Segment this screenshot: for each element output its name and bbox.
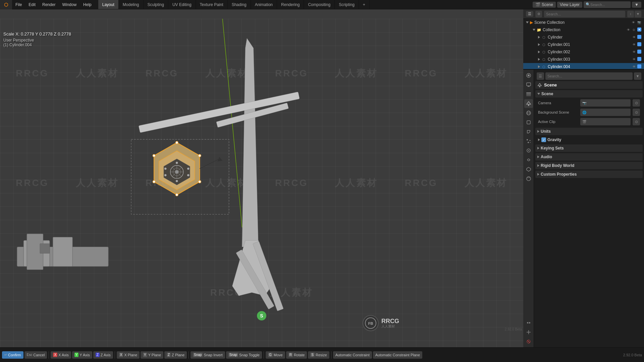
outliner-cylinder002[interactable]: ⬡ Cylinder.002 👁 — [523, 48, 644, 56]
scene-selector[interactable]: 🎬 Scene — [533, 2, 556, 8]
prop-menu-icon[interactable]: ☰ — [537, 72, 544, 80]
outliner-menu-btn[interactable]: ☰ — [526, 11, 533, 17]
tab-add[interactable]: + — [359, 0, 370, 9]
scene-section-header[interactable]: Scene — [535, 90, 643, 98]
tab-uv-editing[interactable]: UV Editing — [168, 0, 196, 9]
global-search-input[interactable] — [590, 3, 637, 7]
custom-props-header[interactable]: Custom Properties — [535, 171, 643, 178]
menu-window[interactable]: Window — [59, 0, 80, 9]
menu-edit[interactable]: Edit — [25, 0, 39, 9]
outliner-scene-collection[interactable]: ▶ Scene Collection 👁 📷 — [523, 19, 644, 26]
cancel-button[interactable]: Esc Cancel — [24, 351, 47, 359]
visibility-icon[interactable]: 👁 — [631, 20, 636, 25]
menu-file[interactable]: File — [12, 0, 25, 9]
outliner-filter-icon[interactable]: ⚙ — [535, 11, 542, 17]
x-axis-button[interactable]: X X Axis — [51, 351, 71, 359]
menu-help[interactable]: Help — [80, 0, 95, 9]
render-icon[interactable]: 📷 — [637, 20, 641, 25]
z-key: Z — [96, 353, 100, 357]
camera-pick-btn[interactable]: ⊙ — [633, 99, 640, 107]
move-button[interactable]: G Move — [266, 351, 285, 359]
audio-header[interactable]: Audio — [535, 153, 643, 161]
tab-animation[interactable]: Animation — [251, 0, 277, 9]
keying-sets-header[interactable]: Keying Sets — [535, 144, 643, 152]
cyl-constraint — [637, 35, 641, 39]
z-plane-button[interactable]: Z Z Plane — [164, 351, 187, 359]
move-key: G — [268, 353, 273, 357]
outliner-filter-btn[interactable]: ▼ — [635, 11, 641, 17]
prop-search-input[interactable] — [545, 72, 633, 80]
resize-label: Resize — [316, 353, 327, 357]
view-layer-selector[interactable]: View Layer — [557, 2, 582, 8]
prop-tab-modifier[interactable] — [524, 127, 533, 136]
outliner-cylinder[interactable]: ⬡ Cylinder 👁 — [523, 34, 644, 41]
outliner-cylinder001[interactable]: ⬡ Cylinder.001 👁 — [523, 41, 644, 48]
prop-tab-constraints[interactable] — [524, 156, 533, 164]
clip-pick-btn[interactable]: ⊙ — [633, 118, 640, 125]
outliner-sort-icon[interactable]: ↕ — [627, 11, 634, 17]
y-axis-button[interactable]: Y Y Axis — [72, 351, 92, 359]
prop-tab-extra1[interactable] — [524, 318, 533, 327]
bg-scene-pick-btn[interactable]: ⊙ — [633, 109, 640, 116]
x-plane-button[interactable]: X X Plane — [117, 351, 140, 359]
active-clip-value[interactable]: 🎬 — [580, 118, 631, 125]
resize-button[interactable]: S Resize — [308, 351, 329, 359]
gravity-checkbox[interactable]: ✓ — [541, 137, 546, 142]
snap-toggle-button[interactable]: Snap Snap Toggle — [226, 351, 262, 359]
cyl001-vis[interactable]: 👁 — [632, 42, 636, 47]
tab-compositing[interactable]: Compositing — [304, 0, 335, 9]
tab-modeling[interactable]: Modeling — [119, 0, 144, 9]
prop-tab-extra3[interactable] — [524, 337, 533, 346]
cyl-vis[interactable]: 👁 — [632, 35, 636, 40]
prop-tab-viewlayer[interactable] — [524, 90, 533, 99]
z-axis-label: Z Axis — [101, 353, 111, 357]
tab-sculpting[interactable]: Sculpting — [144, 0, 168, 9]
tab-scripting[interactable]: Scripting — [335, 0, 359, 9]
rigid-body-header[interactable]: Rigid Body World — [535, 162, 643, 169]
prop-tab-world[interactable] — [524, 109, 533, 117]
confirm-button[interactable]: ↵ Confirm — [2, 351, 23, 359]
prop-tab-material[interactable] — [524, 174, 533, 183]
rigid-expand — [537, 164, 539, 167]
gravity-header[interactable]: ✓ Gravity — [535, 136, 643, 143]
prop-tab-object[interactable] — [524, 118, 533, 127]
background-scene-value[interactable]: 🌐 — [580, 109, 631, 116]
vis-icon[interactable]: 👁 — [626, 27, 631, 32]
prop-tab-output[interactable] — [524, 80, 533, 89]
sel-icon[interactable]: ⊙ — [632, 27, 636, 32]
cyl004-vis[interactable]: 👁 — [632, 64, 636, 69]
viewport-3d[interactable]: RRCG人人素材 RRCG人人素材 RRCG人人素材 RRCG人人素材 RRCG… — [0, 9, 523, 347]
cyl002-vis[interactable]: 👁 — [632, 50, 636, 54]
prop-tab-data[interactable] — [524, 165, 533, 174]
prop-tab-particles[interactable] — [524, 137, 533, 145]
units-header[interactable]: Units — [535, 128, 643, 135]
filter-button[interactable]: ▼ — [632, 2, 641, 8]
auto-constraint-plane-button[interactable]: Automatic Constraint Plane — [373, 351, 422, 359]
snap-tog-key: Snap — [228, 353, 238, 357]
svg-rect-44 — [526, 94, 531, 95]
outliner-search-input[interactable] — [544, 11, 625, 17]
tab-shading[interactable]: Shading — [228, 0, 251, 9]
auto-constraint-button[interactable]: Automatic Constraint — [333, 351, 372, 359]
outliner-cylinder004[interactable]: ⬡ Cylinder.004 👁 — [523, 63, 644, 69]
tab-layout[interactable]: Layout — [98, 0, 119, 9]
rotate-button[interactable]: R Rotate — [286, 351, 307, 359]
snap-invert-button[interactable]: Snap Snap Invert — [191, 351, 225, 359]
cyl003-vis[interactable]: 👁 — [632, 57, 636, 62]
prop-filter-btn[interactable]: ▼ — [634, 72, 641, 80]
cyl002-icon: ⬡ — [542, 50, 545, 54]
svg-point-18 — [176, 180, 178, 182]
scale-info: Scale X: 0.2778 Y 0.2778 Z 0.2778 — [3, 32, 71, 37]
tab-texture-paint[interactable]: Texture Paint — [196, 0, 228, 9]
z-axis-button[interactable]: Z Z Axis — [93, 351, 113, 359]
y-plane-button[interactable]: Y Y Plane — [141, 351, 163, 359]
menu-render[interactable]: Render — [39, 0, 59, 9]
outliner-collection[interactable]: 📁 Collection 👁 ⊙ ▼ — [523, 26, 644, 34]
tab-rendering[interactable]: Rendering — [277, 0, 304, 9]
prop-tab-physics[interactable] — [524, 146, 533, 155]
outliner-cylinder003[interactable]: ⬡ Cylinder.003 👁 — [523, 56, 644, 63]
prop-tab-extra2[interactable] — [524, 328, 533, 337]
prop-tab-scene[interactable] — [524, 99, 533, 108]
prop-tab-render[interactable] — [524, 71, 533, 80]
divider4 — [264, 351, 264, 359]
